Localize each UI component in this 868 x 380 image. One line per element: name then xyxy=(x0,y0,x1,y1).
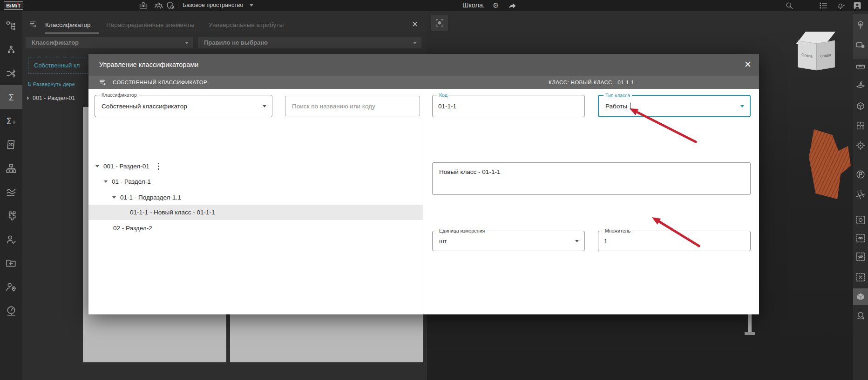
left-section-header: СОБСТВЕННЫЙ КЛАССИФИКАТОР xyxy=(113,80,207,85)
workspace-selector[interactable]: Базовое пространство xyxy=(183,2,243,8)
2d-icon[interactable]: 2D xyxy=(0,133,22,156)
account-icon[interactable] xyxy=(853,1,862,10)
section-flash-icon[interactable] xyxy=(853,77,868,93)
person-check-icon[interactable] xyxy=(0,227,22,251)
chevron-down-icon xyxy=(185,42,189,44)
multiplier-input[interactable] xyxy=(604,231,733,251)
select-object-icon[interactable] xyxy=(853,37,868,54)
search-box[interactable] xyxy=(285,96,420,116)
waves-icon[interactable] xyxy=(0,180,22,204)
tab-universal-attributes[interactable]: Универсальные атрибуты xyxy=(209,21,284,28)
view-cube[interactable]: Слева Сзади xyxy=(797,32,835,75)
tree-row[interactable]: 02 - Раздел-2 xyxy=(88,220,423,236)
chevron-right-icon xyxy=(27,96,29,100)
shuffle-icon[interactable] xyxy=(0,61,22,85)
show-eye-icon[interactable] xyxy=(853,230,868,247)
pane-divider xyxy=(424,89,424,314)
tree-row[interactable]: 01-1 - Подраздел-1.1 xyxy=(88,190,423,205)
close-icon[interactable]: ✕ xyxy=(744,59,752,70)
sigma-icon[interactable]: Σ xyxy=(0,85,22,109)
shield-badge-icon[interactable] xyxy=(166,1,175,10)
clear-x-icon[interactable] xyxy=(853,269,868,286)
team-icon[interactable] xyxy=(154,1,163,10)
chevron-down-icon xyxy=(263,105,266,107)
right-section-header: КЛАСС: НОВЫЙ КЛАСС - 01-1-1 xyxy=(424,80,759,85)
menu-list-icon[interactable] xyxy=(819,1,828,10)
expand-tree-link[interactable]: ⇅ Развернуть дере xyxy=(27,81,75,87)
chevron-down-icon xyxy=(575,240,579,242)
chevron-down-icon[interactable] xyxy=(112,196,116,199)
tree-row-selected[interactable]: 01-1-1 - Новый класс - 01-1-1 xyxy=(88,205,423,220)
measure-icon[interactable]: 12 xyxy=(853,187,868,204)
rule-filter-dropdown[interactable]: Правило не выбрано xyxy=(198,37,421,48)
gauge-icon[interactable] xyxy=(0,299,22,322)
notifications-bell-icon[interactable] xyxy=(836,1,846,10)
flag-icon[interactable] xyxy=(853,166,868,183)
branch-icon[interactable] xyxy=(0,38,22,61)
classifier-select[interactable]: Классификатор Собственный классификатор xyxy=(95,95,272,117)
chevron-down-icon xyxy=(740,105,744,107)
solid-cube-icon[interactable] xyxy=(853,288,868,305)
text-cursor xyxy=(631,103,631,110)
own-classifier-chip[interactable]: Собственный кл xyxy=(28,58,93,73)
active-tab-underline xyxy=(45,33,99,33)
tree-row[interactable]: 001 - Раздел-01 xyxy=(88,159,423,174)
org-chart-icon[interactable] xyxy=(0,156,22,180)
search-icon[interactable] xyxy=(785,1,794,10)
settings-gear-icon[interactable]: ⚙ xyxy=(493,0,499,11)
hide-eye-icon[interactable] xyxy=(853,248,868,265)
model-fragment xyxy=(809,129,842,199)
focus-selection-icon[interactable] xyxy=(431,15,448,31)
sigma-plus-icon[interactable]: Σ+ xyxy=(0,109,22,133)
code-field[interactable]: Код xyxy=(432,95,585,117)
svg-text:1: 1 xyxy=(857,191,859,193)
class-name-textarea[interactable]: Новый класс - 01-1-1 xyxy=(432,162,751,195)
project-title: Школа. xyxy=(462,1,485,9)
svg-text:2D: 2D xyxy=(8,142,14,147)
modal-title: Управление классификаторами xyxy=(99,61,198,68)
tab-unassigned[interactable]: Нераспределённые элементы xyxy=(106,21,194,28)
floorplan-icon[interactable] xyxy=(853,117,868,134)
orbit-cube-icon[interactable] xyxy=(853,307,868,324)
hierarchy-icon[interactable] xyxy=(0,14,22,38)
close-icon[interactable]: ✕ xyxy=(412,20,418,29)
locate-icon[interactable] xyxy=(853,137,868,154)
share-icon[interactable] xyxy=(508,1,517,10)
logo-red-dot xyxy=(17,3,19,4)
panel-menu-icon[interactable] xyxy=(29,20,38,29)
svg-text:2: 2 xyxy=(860,190,861,193)
unit-select[interactable]: Единица измерения шт xyxy=(432,231,585,251)
classifier-filter-dropdown[interactable]: Классификатор xyxy=(26,37,193,48)
folder-arrow-icon[interactable] xyxy=(0,251,22,275)
right-toolbar: 12 xyxy=(853,11,868,380)
bimit-logo: BiMiT xyxy=(4,1,23,10)
tree-root-item[interactable]: 001 - Раздел-01 xyxy=(27,95,75,101)
tree-icon[interactable] xyxy=(853,17,868,33)
tree-row[interactable]: 01 - Раздел-1 xyxy=(88,174,423,189)
kebab-menu-icon[interactable] xyxy=(158,163,160,170)
modal-body: Классификатор Собственный классификатор … xyxy=(88,89,759,314)
tab-classifier[interactable]: Классификатор xyxy=(45,21,90,28)
puzzle-icon[interactable] xyxy=(0,204,22,227)
code-input[interactable] xyxy=(438,95,567,117)
app-window: BiMiT Базовое пространство Школа. ⚙ xyxy=(0,0,868,380)
chevron-down-icon[interactable] xyxy=(104,180,108,183)
section-cube-icon[interactable] xyxy=(853,98,868,114)
classifier-management-modal: Управление классификаторами ✕ СОБСТВЕННЫ… xyxy=(88,54,759,314)
multiplier-field[interactable]: Множитель xyxy=(598,231,751,251)
search-input[interactable] xyxy=(285,96,420,116)
chevron-down-icon[interactable] xyxy=(250,4,253,7)
view-cube-left-face[interactable]: Слева xyxy=(798,40,816,70)
view-cube-right-face[interactable]: Сзади xyxy=(816,40,835,70)
chevron-down-icon xyxy=(413,42,417,44)
briefcase-icon[interactable] xyxy=(139,1,148,10)
modal-title-bar: Управление классификаторами ✕ xyxy=(88,54,759,76)
isolate-cube-icon[interactable] xyxy=(853,212,868,228)
list-arrow-icon[interactable] xyxy=(99,78,107,88)
class-type-select[interactable]: Тип класса Работы xyxy=(598,95,751,117)
topbar-separator xyxy=(178,1,178,10)
chevron-down-icon[interactable] xyxy=(95,165,99,167)
ruler-icon[interactable] xyxy=(853,58,868,75)
left-toolbar: Σ Σ+ 2D xyxy=(0,11,22,380)
person-pin-icon[interactable] xyxy=(0,275,22,299)
